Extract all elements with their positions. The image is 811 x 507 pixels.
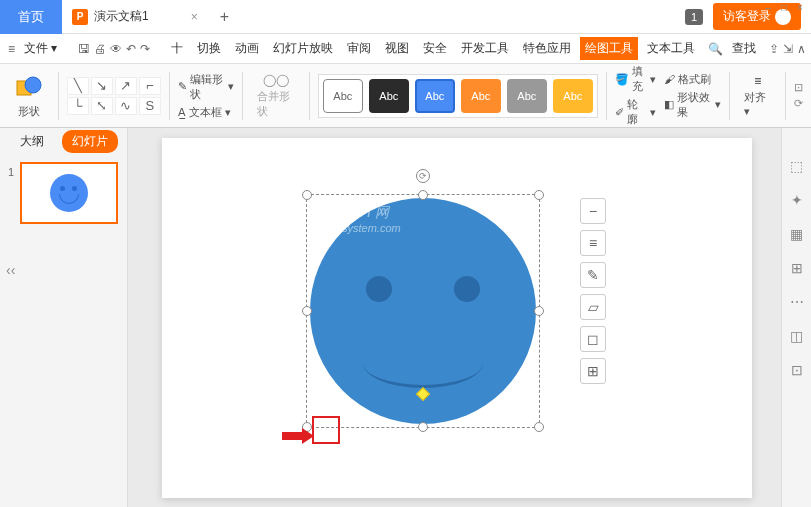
float-grid[interactable]: ⊞ bbox=[580, 358, 606, 384]
external-icon[interactable]: ⇲ bbox=[783, 39, 793, 59]
line-option[interactable]: ∿ bbox=[115, 97, 137, 115]
handle-w[interactable] bbox=[302, 306, 312, 316]
share-icon[interactable]: ⇪ bbox=[769, 39, 779, 59]
style-preset-3[interactable]: Abc bbox=[415, 79, 455, 113]
menu-text-tools[interactable]: 文本工具 bbox=[642, 37, 700, 60]
canvas[interactable]: X I 网 system.com ⟳ − ≡ bbox=[128, 128, 781, 507]
app-menu-icon[interactable]: ≡ bbox=[8, 39, 15, 59]
search-icon[interactable]: 🔍 bbox=[708, 39, 723, 59]
outline-button[interactable]: ✐轮廓 ▾ bbox=[615, 97, 657, 127]
tab-slides[interactable]: 幻灯片 bbox=[62, 130, 118, 153]
collapse-ribbon-icon[interactable]: ∧ bbox=[797, 39, 806, 59]
handle-s[interactable] bbox=[418, 422, 428, 432]
menu-view[interactable]: 视图 bbox=[380, 37, 414, 60]
minimize-button[interactable]: – bbox=[761, 2, 775, 16]
effect-icon: ◧ bbox=[664, 98, 674, 111]
maximize-button[interactable]: □ bbox=[777, 2, 791, 16]
align-icon: ≡ bbox=[754, 74, 761, 88]
style-preset-2[interactable]: Abc bbox=[369, 79, 409, 113]
selection-box[interactable]: ⟳ bbox=[306, 194, 540, 428]
menu-animation[interactable]: 动画 bbox=[230, 37, 264, 60]
line-option[interactable]: ↘ bbox=[91, 77, 113, 95]
rb-select-icon[interactable]: ⬚ bbox=[788, 158, 806, 176]
ribbon-toolbar: 形状 ╲ ↘ ↗ ⌐ └ ⤡ ∿ S ✎编辑形状 ▾ A̲文本框 ▾ ◯◯ 合并… bbox=[0, 64, 811, 128]
menu-security[interactable]: 安全 bbox=[418, 37, 452, 60]
style-preset-4[interactable]: Abc bbox=[461, 79, 501, 113]
merge-icon: ◯◯ bbox=[263, 73, 289, 87]
menu-devtools[interactable]: 开发工具 bbox=[456, 37, 514, 60]
float-layers[interactable]: ≡ bbox=[580, 230, 606, 256]
edit-shape-button[interactable]: ✎编辑形状 ▾ bbox=[178, 72, 234, 102]
rb-style-icon[interactable]: ✦ bbox=[788, 192, 806, 210]
tab-document[interactable]: P 演示文稿1 × bbox=[62, 0, 208, 34]
thumb-content bbox=[50, 174, 88, 212]
new-tab-button[interactable]: + bbox=[208, 8, 241, 26]
close-window-button[interactable]: × bbox=[793, 2, 807, 16]
line-option[interactable]: ⤡ bbox=[91, 97, 113, 115]
float-copy[interactable]: ◻ bbox=[580, 326, 606, 352]
line-option[interactable]: ↗ bbox=[115, 77, 137, 95]
fill-button[interactable]: 🪣填充 ▾ bbox=[615, 64, 657, 94]
adjust-handle[interactable] bbox=[416, 387, 430, 401]
menu-drawing-tools[interactable]: 绘图工具 bbox=[580, 37, 638, 60]
style-preset-1[interactable]: Abc bbox=[323, 79, 363, 113]
menu-review[interactable]: 审阅 bbox=[342, 37, 376, 60]
close-tab-icon[interactable]: × bbox=[191, 10, 198, 24]
rotate-icon[interactable]: ⟳ bbox=[794, 97, 803, 110]
menu-start[interactable]: ⼗ bbox=[166, 37, 188, 60]
preview-icon[interactable]: 👁 bbox=[110, 39, 122, 59]
svg-marker-2 bbox=[282, 428, 314, 444]
rb-tools-icon[interactable]: ⊡ bbox=[788, 362, 806, 380]
rb-layout-icon[interactable]: ⊞ bbox=[788, 260, 806, 278]
line-option[interactable]: ╲ bbox=[67, 77, 89, 95]
shape-label: 形状 bbox=[18, 104, 40, 119]
svg-point-1 bbox=[25, 77, 41, 93]
slide[interactable]: X I 网 system.com ⟳ − ≡ bbox=[162, 138, 752, 498]
style-preset-5[interactable]: Abc bbox=[507, 79, 547, 113]
shape-effect-button[interactable]: ◧形状效果 ▾ bbox=[664, 90, 721, 120]
menu-slideshow[interactable]: 幻灯片放映 bbox=[268, 37, 338, 60]
style-preset-6[interactable]: Abc bbox=[553, 79, 593, 113]
rb-more-icon[interactable]: ⋯ bbox=[788, 294, 806, 312]
textbox-button[interactable]: A̲文本框 ▾ bbox=[178, 105, 234, 120]
handle-se[interactable] bbox=[534, 422, 544, 432]
panel-collapse-icon[interactable]: ‹‹ bbox=[6, 262, 15, 278]
slide-thumbnail-1[interactable]: 1 bbox=[20, 162, 118, 224]
handle-nw[interactable] bbox=[302, 190, 312, 200]
rotate-handle[interactable]: ⟳ bbox=[416, 169, 430, 183]
file-menu[interactable]: 文件 ▾ bbox=[19, 37, 62, 60]
group-icon[interactable]: ⊡ bbox=[794, 81, 803, 94]
line-gallery[interactable]: ╲ ↘ ↗ ⌐ └ ⤡ ∿ S bbox=[67, 77, 161, 115]
handle-ne[interactable] bbox=[534, 190, 544, 200]
menu-special[interactable]: 特色应用 bbox=[518, 37, 576, 60]
rb-template-icon[interactable]: ◫ bbox=[788, 328, 806, 346]
handle-e[interactable] bbox=[534, 306, 544, 316]
line-option[interactable]: ⌐ bbox=[139, 77, 161, 95]
float-collapse[interactable]: − bbox=[580, 198, 606, 224]
handle-n[interactable] bbox=[418, 190, 428, 200]
align-button[interactable]: ≡ 对齐 ▾ bbox=[738, 74, 777, 118]
save-icon[interactable]: 🖫 bbox=[78, 39, 90, 59]
annotation-arrow-icon bbox=[282, 428, 314, 444]
textbox-icon: A̲ bbox=[178, 106, 186, 119]
float-pen[interactable]: ✎ bbox=[580, 262, 606, 288]
redo-icon[interactable]: ↷ bbox=[140, 39, 150, 59]
rb-animate-icon[interactable]: ▦ bbox=[788, 226, 806, 244]
brush-icon: 🖌 bbox=[664, 73, 675, 85]
shape-style-gallery[interactable]: Abc Abc Abc Abc Abc Abc bbox=[318, 74, 598, 118]
titlebar: 首页 P 演示文稿1 × + 1 访客登录 bbox=[0, 0, 811, 34]
line-option[interactable]: └ bbox=[67, 97, 89, 115]
shape-group[interactable]: 形状 bbox=[8, 72, 50, 119]
float-shape[interactable]: ▱ bbox=[580, 294, 606, 320]
format-painter-button[interactable]: 🖌格式刷 bbox=[664, 72, 721, 87]
search-label[interactable]: 查找 bbox=[727, 37, 761, 60]
document-title: 演示文稿1 bbox=[94, 8, 149, 25]
notification-badge[interactable]: 1 bbox=[685, 9, 703, 25]
tab-outline[interactable]: 大纲 bbox=[10, 130, 54, 153]
tab-home[interactable]: 首页 bbox=[0, 0, 62, 34]
line-option[interactable]: S bbox=[139, 97, 161, 115]
undo-icon[interactable]: ↶ bbox=[126, 39, 136, 59]
print-icon[interactable]: 🖨 bbox=[94, 39, 106, 59]
menu-switch[interactable]: 切换 bbox=[192, 37, 226, 60]
shape-icon bbox=[14, 72, 44, 102]
